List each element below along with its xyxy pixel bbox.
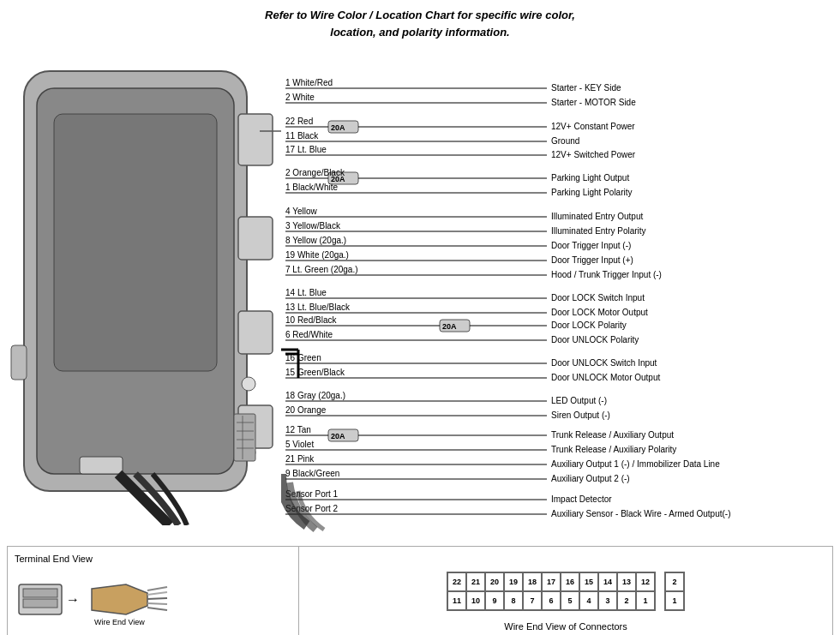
svg-text:21 Pink: 21 Pink xyxy=(285,454,315,464)
svg-line-121 xyxy=(147,608,167,610)
pin-row-top: 22 21 20 19 18 17 16 15 14 13 12 xyxy=(447,572,655,591)
page: Refer to Wire Color / Location Chart for… xyxy=(0,0,840,635)
svg-text:Starter - KEY Side: Starter - KEY Side xyxy=(551,83,621,93)
pin-1: 1 xyxy=(636,591,655,610)
svg-text:20 Orange: 20 Orange xyxy=(285,405,327,415)
header-line2: location, and polarity information. xyxy=(330,26,509,39)
svg-text:Hood / Trunk Trigger Input (-): Hood / Trunk Trigger Input (-) xyxy=(551,270,662,279)
svg-text:6 Red/White: 6 Red/White xyxy=(285,330,333,339)
connector-title-wrapper: Sample Connector xyxy=(15,631,132,635)
svg-text:5 Violet: 5 Violet xyxy=(285,440,314,449)
svg-text:Door LOCK Motor Output: Door LOCK Motor Output xyxy=(551,308,648,317)
svg-text:Door UNLOCK Motor Output: Door UNLOCK Motor Output xyxy=(551,373,660,382)
connector-section: Terminal End View → xyxy=(8,547,299,635)
svg-text:19 White (20ga.): 19 White (20ga.) xyxy=(285,250,349,260)
svg-text:Auxiliary Output 2 (-): Auxiliary Output 2 (-) xyxy=(551,474,630,483)
svg-text:2 Orange/Black: 2 Orange/Black xyxy=(285,168,345,177)
wire-end-view-label: Wire End View of Connectors xyxy=(504,621,627,632)
svg-text:7 Lt. Green (20ga.): 7 Lt. Green (20ga.) xyxy=(285,265,358,274)
svg-rect-10 xyxy=(234,414,255,461)
svg-rect-114 xyxy=(23,589,57,597)
main-pin-grid: 22 21 20 19 18 17 16 15 14 13 12 11 xyxy=(447,572,656,611)
svg-text:Illuminated Entry Output: Illuminated Entry Output xyxy=(551,212,643,221)
pin-15: 15 xyxy=(579,572,598,591)
connector-diagram: → Wire End View xyxy=(15,572,169,627)
pin-6: 6 xyxy=(542,591,561,610)
svg-text:Door LOCK Switch Input: Door LOCK Switch Input xyxy=(551,293,645,303)
pin-18: 18 xyxy=(523,572,542,591)
pin-22: 22 xyxy=(447,572,466,591)
pin-17: 17 xyxy=(542,572,561,591)
main-content: 1 White/Red Starter - KEY Side 2 White S… xyxy=(7,45,833,542)
device-area xyxy=(7,45,281,525)
svg-text:1 White/Red: 1 White/Red xyxy=(285,78,333,87)
svg-text:Wire End View: Wire End View xyxy=(94,618,145,626)
svg-rect-2 xyxy=(54,114,217,371)
svg-text:Door UNLOCK Switch Input: Door UNLOCK Switch Input xyxy=(551,358,657,368)
svg-text:Door UNLOCK Polarity: Door UNLOCK Polarity xyxy=(551,335,639,344)
svg-rect-4 xyxy=(238,217,273,260)
svg-text:20A: 20A xyxy=(442,322,457,331)
svg-text:1 Black/White: 1 Black/White xyxy=(285,183,339,192)
svg-text:Parking Light Output: Parking Light Output xyxy=(551,173,629,183)
pin-5: 5 xyxy=(561,591,579,610)
svg-text:9 Black/Green: 9 Black/Green xyxy=(285,469,339,478)
pin-11: 11 xyxy=(447,591,466,610)
small-pin-1: 1 xyxy=(665,591,684,610)
svg-text:13 Lt. Blue/Black: 13 Lt. Blue/Black xyxy=(285,303,351,312)
svg-text:12V+ Switched Power: 12V+ Switched Power xyxy=(551,150,636,159)
pin-8: 8 xyxy=(504,591,523,610)
small-pin-2: 2 xyxy=(665,572,684,591)
wire-end-view-section: 22 21 20 19 18 17 16 15 14 13 12 11 xyxy=(299,547,832,635)
svg-text:22 Red: 22 Red xyxy=(285,117,313,126)
svg-text:10 Red/Black: 10 Red/Black xyxy=(285,315,337,325)
device-svg xyxy=(7,45,281,525)
svg-text:15 Green/Black: 15 Green/Black xyxy=(285,368,345,377)
svg-text:4 Yellow: 4 Yellow xyxy=(285,207,317,216)
page-header: Refer to Wire Color / Location Chart for… xyxy=(7,7,833,40)
svg-text:Impact Detector: Impact Detector xyxy=(551,494,612,504)
wiring-area: 1 White/Red Starter - KEY Side 2 White S… xyxy=(281,45,833,525)
header-line1: Refer to Wire Color / Location Chart for… xyxy=(265,9,575,21)
svg-text:20A: 20A xyxy=(331,432,345,440)
svg-text:12V+ Constant Power: 12V+ Constant Power xyxy=(551,122,635,131)
svg-rect-9 xyxy=(80,457,123,474)
svg-text:Starter - MOTOR Side: Starter - MOTOR Side xyxy=(551,98,636,107)
pin-9: 9 xyxy=(485,591,504,610)
svg-text:Parking Light Polarity: Parking Light Polarity xyxy=(551,188,633,197)
pin-16: 16 xyxy=(561,572,579,591)
svg-text:11 Black: 11 Black xyxy=(285,131,319,141)
svg-rect-115 xyxy=(23,599,57,608)
svg-text:Door LOCK Polarity: Door LOCK Polarity xyxy=(551,320,627,330)
pin-10: 10 xyxy=(466,591,485,610)
svg-text:Auxiliary Sensor - Black Wire : Auxiliary Sensor - Black Wire - Armed Ou… xyxy=(551,509,731,518)
svg-point-7 xyxy=(242,377,255,391)
svg-text:Door Trigger Input (-): Door Trigger Input (-) xyxy=(551,241,631,250)
pin-2: 2 xyxy=(617,591,636,610)
svg-text:Trunk Release / Auxiliary Outp: Trunk Release / Auxiliary Output xyxy=(551,430,674,440)
svg-line-118 xyxy=(147,592,167,595)
small-pin-grid: 2 1 xyxy=(664,572,685,611)
svg-text:12 Tan: 12 Tan xyxy=(285,425,311,434)
terminal-end-label: Terminal End View xyxy=(15,554,93,564)
pin-row-bottom: 11 10 9 8 7 6 5 4 3 2 1 xyxy=(447,591,655,610)
svg-text:Illuminated Entry Polarity: Illuminated Entry Polarity xyxy=(551,226,646,236)
svg-text:Door Trigger Input (+): Door Trigger Input (+) xyxy=(551,255,633,265)
svg-text:2 White: 2 White xyxy=(285,93,315,102)
bottom-section: Terminal End View → xyxy=(7,546,833,635)
svg-line-117 xyxy=(147,587,167,590)
pin-14: 14 xyxy=(598,572,617,591)
wiring-svg: 1 White/Red Starter - KEY Side 2 White S… xyxy=(281,45,830,534)
pin-20: 20 xyxy=(485,572,504,591)
pin-3: 3 xyxy=(598,591,617,610)
svg-text:3 Yellow/Black: 3 Yellow/Black xyxy=(285,221,341,231)
svg-text:20A: 20A xyxy=(331,123,345,132)
svg-text:Trunk Release / Auxiliary Pola: Trunk Release / Auxiliary Polarity xyxy=(551,445,676,454)
connector-illustration: → Wire End View xyxy=(15,572,169,627)
svg-text:→: → xyxy=(66,592,80,607)
svg-rect-3 xyxy=(238,114,273,165)
pin-grid-container: 22 21 20 19 18 17 16 15 14 13 12 11 xyxy=(447,572,685,611)
svg-text:Ground: Ground xyxy=(551,136,579,146)
svg-text:LED Output (-): LED Output (-) xyxy=(551,396,607,405)
svg-text:Siren Output (-): Siren Output (-) xyxy=(551,410,610,420)
